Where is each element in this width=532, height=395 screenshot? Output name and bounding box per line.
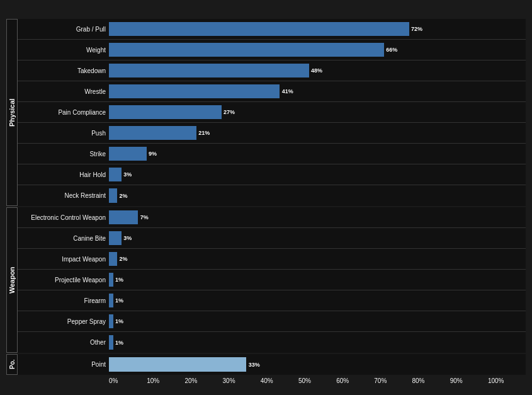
bar-area: 1% <box>109 290 526 311</box>
x-tick: 60% <box>336 377 374 384</box>
bar-row: Firearm1% <box>18 290 526 311</box>
bar-row: Hair Hold3% <box>18 164 526 185</box>
bar-pct: 66% <box>386 47 397 53</box>
bar-row: Impact Weapon2% <box>18 249 526 270</box>
bar-pct: 72% <box>411 26 422 32</box>
bar-row: Point33% <box>18 354 526 375</box>
bar-row: Pain Compliance27% <box>18 102 526 123</box>
po-section: Po. Point33% <box>6 354 526 375</box>
bar-area: 1% <box>109 270 526 290</box>
bar-fill <box>109 210 138 224</box>
bar-row: Weight66% <box>18 40 526 60</box>
bar-label: Hair Hold <box>18 171 109 178</box>
bar-label: Wrestle <box>18 88 109 95</box>
bar-row: Electronic Control Weapon7% <box>18 207 526 228</box>
bar-fill <box>109 252 117 266</box>
x-tick: 100% <box>488 377 526 384</box>
bar-row: Takedown48% <box>18 60 526 81</box>
bar-fill <box>109 84 280 98</box>
bar-area: 72% <box>109 19 526 39</box>
physical-section: Physical Grab / Pull72%Weight66%Takedown… <box>6 19 526 206</box>
bar-label: Impact Weapon <box>18 256 109 263</box>
bar-area: 27% <box>109 102 526 122</box>
po-label: Po. <box>6 354 18 375</box>
bar-area: 3% <box>109 228 526 248</box>
bar-pct: 41% <box>282 88 293 94</box>
bar-pct: 9% <box>149 151 157 157</box>
bar-area: 41% <box>109 81 526 101</box>
bar-fill <box>109 64 309 77</box>
bar-label: Pepper Spray <box>18 318 109 325</box>
bar-pct: 1% <box>115 297 123 304</box>
bar-area: 33% <box>109 354 526 375</box>
bar-row: Push21% <box>18 123 526 144</box>
x-tick: 10% <box>147 377 184 384</box>
x-tick: 70% <box>374 377 412 384</box>
bar-row: Other1% <box>18 332 526 353</box>
bar-label: Takedown <box>18 67 109 74</box>
bar-fill <box>109 168 122 181</box>
x-tick: 30% <box>223 377 261 384</box>
physical-label: Physical <box>6 19 18 206</box>
x-tick: 80% <box>412 377 450 384</box>
bar-fill <box>109 294 113 307</box>
bar-label: Firearm <box>18 297 109 304</box>
bar-fill <box>109 22 409 36</box>
bar-pct: 2% <box>120 193 128 199</box>
weapon-label: Weapon <box>6 207 18 353</box>
bar-pct: 48% <box>311 67 322 74</box>
bar-area: 2% <box>109 185 526 206</box>
bar-pct: 1% <box>115 340 123 346</box>
bar-pct: 3% <box>123 235 132 241</box>
bar-fill <box>109 231 122 245</box>
bar-label: Strike <box>18 151 109 157</box>
bar-fill <box>109 357 246 372</box>
bar-row: Pepper Spray1% <box>18 311 526 332</box>
bar-area: 9% <box>109 144 526 164</box>
x-axis: 0%10%20%30%40%50%60%70%80%90%100% <box>109 375 526 384</box>
bar-pct: 27% <box>224 109 235 115</box>
bar-pct: 21% <box>198 130 210 136</box>
bar-fill <box>109 314 113 328</box>
bar-fill <box>109 43 384 57</box>
bar-fill <box>109 126 196 140</box>
x-tick: 90% <box>450 377 488 384</box>
bar-row: Strike9% <box>18 144 526 164</box>
x-tick: 20% <box>184 377 222 384</box>
chart-title <box>6 6 526 19</box>
po-rows: Point33% <box>18 354 526 375</box>
x-tick: 0% <box>109 377 147 384</box>
bar-row: Canine Bite3% <box>18 228 526 249</box>
bar-fill <box>109 147 147 161</box>
bar-label: Point <box>18 361 109 368</box>
bar-area: 48% <box>109 60 526 81</box>
bar-fill <box>109 335 113 350</box>
bar-fill <box>109 273 113 287</box>
bar-label: Electronic Control Weapon <box>18 214 109 221</box>
x-tick: 50% <box>298 377 336 384</box>
bar-area: 1% <box>109 311 526 331</box>
bar-area: 1% <box>109 332 526 353</box>
bar-fill <box>109 105 222 119</box>
bar-label: Canine Bite <box>18 235 109 242</box>
bar-area: 21% <box>109 123 526 143</box>
x-tick: 40% <box>261 377 298 384</box>
bar-pct: 1% <box>115 318 123 324</box>
physical-rows: Grab / Pull72%Weight66%Takedown48%Wrestl… <box>18 19 526 206</box>
bar-label: Projectile Weapon <box>18 277 109 283</box>
bar-label: Push <box>18 130 109 137</box>
bar-pct: 7% <box>140 214 149 220</box>
bar-area: 66% <box>109 40 526 60</box>
chart-container: Physical Grab / Pull72%Weight66%Takedown… <box>0 0 532 395</box>
bar-pct: 33% <box>249 362 260 368</box>
bar-label: Weight <box>18 47 109 54</box>
bar-area: 2% <box>109 249 526 269</box>
bar-row: Neck Restraint2% <box>18 185 526 206</box>
bar-row: Wrestle41% <box>18 81 526 102</box>
bar-area: 7% <box>109 207 526 227</box>
bar-row: Projectile Weapon1% <box>18 270 526 290</box>
bar-label: Other <box>18 339 109 346</box>
bar-pct: 3% <box>123 171 132 178</box>
bar-fill <box>109 188 117 203</box>
bar-label: Neck Restraint <box>18 192 109 199</box>
